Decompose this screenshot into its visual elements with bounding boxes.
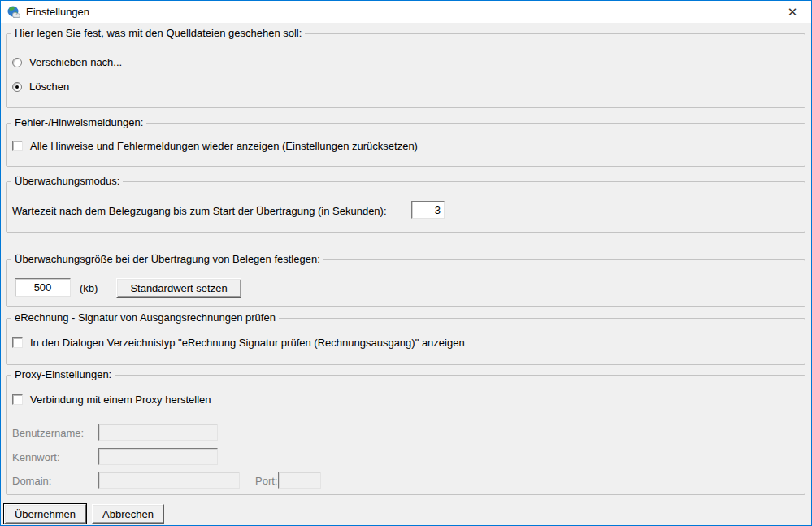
use-proxy-label: Verbindung mit einem Proxy herstellen [30, 393, 211, 406]
wait-seconds-input[interactable] [411, 201, 445, 219]
use-proxy-checkbox[interactable] [12, 394, 23, 405]
wait-seconds-label: Wartezeit nach dem Belegzugang bis zum S… [12, 205, 387, 217]
radio-loeschen[interactable] [12, 82, 22, 92]
cancel-button[interactable]: Abbrechen [92, 504, 164, 524]
domain-input[interactable] [98, 472, 240, 489]
window-title: Einstellungen [26, 6, 89, 18]
radio-row-loeschen[interactable]: Löschen [12, 80, 69, 93]
group-watch-size-title: Überwachungsgröße bei der Übertragung vo… [11, 253, 323, 265]
checkbox-row-proxy[interactable]: Verbindung mit einem Proxy herstellen [12, 393, 211, 406]
set-default-button[interactable]: Standardwert setzen [116, 278, 241, 298]
username-label: Benutzername: [12, 427, 84, 439]
group-watch-mode: Überwachungsmodus: Wartezeit nach dem Be… [6, 181, 805, 233]
radio-row-verschieben[interactable]: Verschieben nach... [12, 56, 122, 68]
group-watch-size: Überwachungsgröße bei der Übertragung vo… [6, 259, 805, 307]
cancel-accel: A [102, 508, 110, 520]
group-proxy-title: Proxy-Einstellungen: [11, 368, 115, 380]
apply-rest: bernehmen [22, 508, 76, 520]
title-bar: Einstellungen ✕ [1, 1, 811, 23]
apply-accel: Ü [15, 508, 22, 520]
password-label: Kennwort: [12, 451, 60, 463]
radio-verschieben-label: Verschieben nach... [29, 56, 122, 68]
domain-label: Domain: [12, 475, 51, 487]
close-icon: ✕ [788, 6, 798, 18]
radio-loeschen-label: Löschen [29, 80, 69, 93]
kb-unit-label: (kb) [80, 282, 98, 294]
group-proxy: Proxy-Einstellungen: Verbindung mit eine… [6, 375, 805, 495]
password-input[interactable] [98, 448, 218, 465]
group-source-files-title: Hier legen Sie fest, was mit den Quellda… [11, 27, 305, 39]
group-source-files: Hier legen Sie fest, was mit den Quellda… [6, 33, 805, 108]
reset-messages-label: Alle Hinweise und Fehlermeldungen wieder… [30, 140, 418, 152]
group-erechnung: eRechnung - Signatur von Ausgangsrechnun… [6, 318, 805, 365]
cancel-rest: bbrechen [110, 508, 154, 520]
group-messages-title: Fehler-/Hinweismeldungen: [11, 116, 146, 128]
settings-window: Einstellungen ✕ Hier legen Sie fest, was… [0, 0, 812, 526]
close-button[interactable]: ✕ [774, 1, 811, 23]
port-input[interactable] [278, 472, 321, 489]
group-messages: Fehler-/Hinweismeldungen: Alle Hinweise … [6, 123, 805, 167]
reset-messages-checkbox[interactable] [12, 141, 23, 151]
watch-size-input[interactable] [15, 278, 71, 297]
erechnung-signature-checkbox[interactable] [12, 337, 23, 348]
apply-button[interactable]: Übernehmen [4, 504, 86, 524]
erechnung-signature-label: In den Dialogen Verzeichnistyp "eRechnun… [30, 337, 465, 349]
group-erechnung-title: eRechnung - Signatur von Ausgangsrechnun… [11, 311, 279, 324]
port-label: Port: [255, 475, 277, 487]
checkbox-row-erechnung[interactable]: In den Dialogen Verzeichnistyp "eRechnun… [12, 337, 465, 349]
username-input[interactable] [98, 424, 218, 441]
radio-verschieben-nach[interactable] [12, 58, 22, 67]
group-watch-mode-title: Überwachungsmodus: [11, 175, 123, 187]
checkbox-row-messages[interactable]: Alle Hinweise und Fehlermeldungen wieder… [12, 140, 418, 152]
globe-cloud-icon [7, 5, 21, 20]
